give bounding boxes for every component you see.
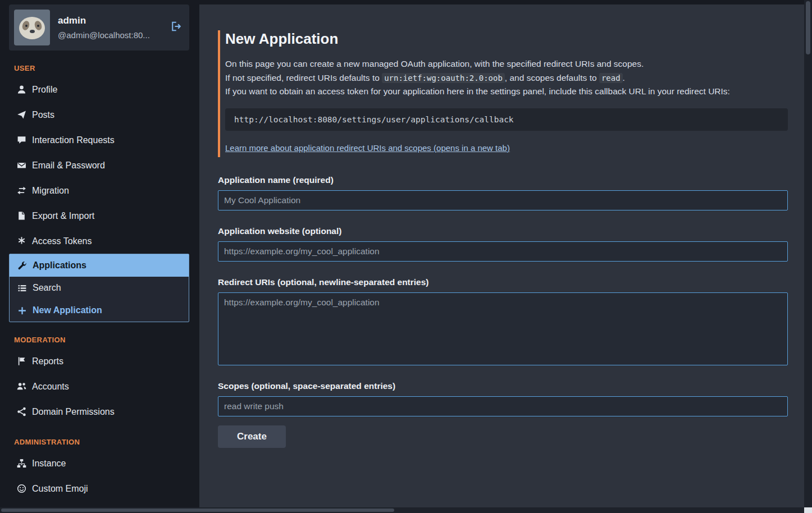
sidebar-item-applications[interactable]: Applications [10, 254, 189, 277]
sidebar-item-custom-emoji[interactable]: Custom Emoji [9, 476, 189, 501]
sidebar-item-label: New Application [33, 305, 102, 315]
sidebar-item-new-application[interactable]: New Application [10, 299, 189, 322]
sidebar-nav-administration: Instance Custom Emoji Actions [9, 451, 189, 513]
main-panel: New Application On this page you can cre… [199, 4, 804, 513]
section-label-user: USER [14, 64, 189, 72]
new-application-form: Application name (required) Application … [218, 175, 788, 448]
intro-line-2: If not specified, redirect URIs defaults… [225, 71, 788, 85]
sidebar-item-accounts[interactable]: Accounts [9, 374, 189, 399]
vertical-scrollbar-thumb[interactable] [806, 1, 810, 54]
scopes-label: Scopes (optional, space-separated entrie… [218, 381, 788, 391]
sidebar-item-label: Custom Emoji [32, 484, 88, 494]
asterisk-icon [17, 236, 26, 246]
user-card[interactable]: admin @admin@localhost:80... [9, 4, 189, 51]
sidebar-item-label: Migration [32, 186, 69, 196]
sidebar-item-label: Export & Import [32, 211, 94, 221]
sidebar-item-export-import[interactable]: Export & Import [9, 203, 189, 228]
sidebar-item-applications-search[interactable]: Search [10, 277, 189, 299]
sidebar-item-label: Interaction Requests [32, 135, 115, 145]
scrollbar-corner [804, 507, 812, 513]
vertical-scrollbar [804, 0, 812, 513]
paper-plane-icon [17, 110, 26, 120]
sidebar-item-email-password[interactable]: Email & Password [9, 153, 189, 178]
sidebar-nav-user: Profile Posts Interaction Requests Email… [9, 77, 189, 322]
sidebar-item-label: Profile [32, 85, 57, 95]
application-name-label: Application name (required) [218, 175, 788, 185]
intro-line-2-pre: If not specified, redirect URIs defaults… [225, 73, 382, 83]
intro-line-1: On this page you can create a new manage… [225, 57, 788, 71]
learn-more-link[interactable]: Learn more about application redirect UR… [225, 143, 510, 153]
tools-icon [17, 261, 27, 271]
intro-line-3: If you want to obtain an access token fo… [225, 85, 788, 99]
application-name-input[interactable] [218, 190, 788, 210]
read-inline-code: read [599, 73, 623, 83]
scopes-input[interactable] [218, 396, 788, 416]
user-meta: admin @admin@localhost:80... [58, 15, 150, 40]
sidebar-item-reports[interactable]: Reports [9, 349, 189, 374]
application-website-input[interactable] [218, 241, 788, 262]
sidebar-item-label: Reports [32, 356, 63, 367]
app-root: admin @admin@localhost:80... USER Profil… [0, 0, 812, 513]
sidebar-item-interaction-requests[interactable]: Interaction Requests [9, 127, 189, 153]
sidebar-item-label: Posts [32, 110, 54, 120]
intro-line-2-post: . [623, 73, 625, 83]
sidebar-item-posts[interactable]: Posts [9, 102, 189, 127]
section-label-administration: ADMINISTRATION [14, 438, 189, 446]
envelope-icon [17, 161, 26, 170]
users-icon [17, 382, 26, 391]
user-handle: @admin@localhost:80... [58, 30, 150, 40]
sidebar-item-instance[interactable]: Instance [9, 451, 189, 476]
section-label-moderation: MODERATION [14, 336, 189, 344]
sidebar: admin @admin@localhost:80... USER Profil… [0, 0, 199, 513]
sidebar-item-label: Domain Permissions [32, 407, 115, 417]
sidebar-item-label: Accounts [32, 382, 69, 392]
sidebar-item-label: Applications [33, 260, 86, 271]
sidebar-item-access-tokens[interactable]: Access Tokens [9, 228, 189, 254]
applications-group: Applications Search New Application [9, 254, 189, 322]
horizontal-scrollbar [0, 507, 812, 513]
create-button[interactable]: Create [218, 425, 286, 448]
sidebar-item-profile[interactable]: Profile [9, 77, 189, 102]
user-icon [17, 85, 26, 94]
sidebar-item-migration[interactable]: Migration [9, 178, 189, 203]
smiley-icon [17, 484, 26, 493]
share-nodes-icon [17, 407, 26, 416]
sidebar-item-label: Instance [32, 459, 66, 469]
exchange-icon [17, 186, 26, 195]
callback-url-code-block: http://localhost:8080/settings/user/appl… [225, 108, 788, 131]
sitemap-icon [17, 459, 26, 468]
sidebar-nav-moderation: Reports Accounts Domain Permissions [9, 349, 189, 424]
intro-line-2-mid: , and scopes defaults to [505, 73, 599, 83]
redirect-uris-label: Redirect URIs (optional, newline-separat… [218, 277, 788, 287]
comment-icon [17, 135, 26, 145]
horizontal-scrollbar-thumb[interactable] [1, 509, 394, 512]
redirect-uris-textarea[interactable] [218, 292, 788, 365]
sidebar-item-domain-permissions[interactable]: Domain Permissions [9, 399, 189, 424]
list-icon [17, 283, 27, 293]
user-name: admin [58, 15, 150, 26]
sidebar-item-label: Access Tokens [32, 236, 92, 246]
plus-icon [17, 306, 27, 315]
oob-inline-code: urn:ietf:wg:oauth:2.0:oob [382, 73, 505, 83]
page-title: New Application [225, 30, 788, 48]
sign-out-icon[interactable] [170, 21, 181, 34]
avatar [14, 10, 50, 45]
file-export-icon [17, 211, 26, 221]
sidebar-item-label: Email & Password [32, 161, 105, 171]
application-website-label: Application website (optional) [218, 226, 788, 236]
sidebar-item-label: Search [33, 283, 61, 293]
intro-block: New Application On this page you can cre… [218, 30, 788, 157]
flag-icon [17, 356, 26, 366]
